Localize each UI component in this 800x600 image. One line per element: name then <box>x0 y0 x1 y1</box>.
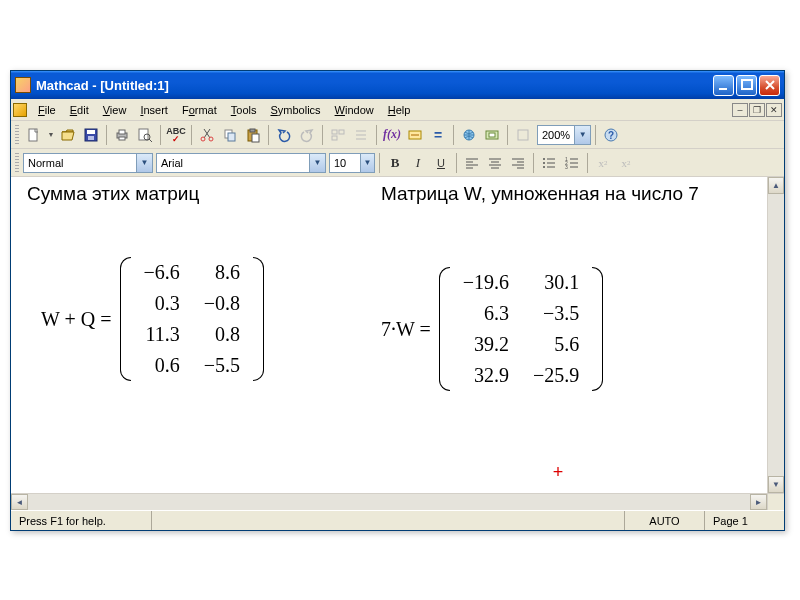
save-button[interactable] <box>80 124 102 146</box>
svg-rect-4 <box>87 130 95 134</box>
copy-button[interactable] <box>219 124 241 146</box>
align-right-button[interactable] <box>507 152 529 174</box>
equation-7w[interactable]: 7·W = −19.630.1 6.3−3.5 39.25.6 32.9−25.… <box>381 267 605 391</box>
menu-view[interactable]: View <box>96 102 134 118</box>
menu-tools[interactable]: Tools <box>224 102 264 118</box>
left-paren-icon <box>118 257 132 381</box>
redo-button[interactable] <box>296 124 318 146</box>
separate-regions-button[interactable] <box>350 124 372 146</box>
insert-function-button[interactable]: f(x) <box>381 124 403 146</box>
svg-rect-1 <box>742 80 752 89</box>
svg-rect-20 <box>332 136 337 140</box>
numbering-button[interactable]: 123 <box>561 152 583 174</box>
scroll-up-button[interactable]: ▲ <box>768 177 784 194</box>
chevron-down-icon[interactable]: ▼ <box>136 154 152 172</box>
status-bar: Press F1 for help. AUTO Page 1 <box>11 510 784 530</box>
menu-file[interactable]: File <box>31 102 63 118</box>
bullets-button[interactable] <box>538 152 560 174</box>
minimize-button[interactable] <box>713 75 734 96</box>
chevron-down-icon[interactable]: ▼ <box>309 154 325 172</box>
svg-text:?: ? <box>608 130 614 141</box>
svg-rect-16 <box>250 129 255 132</box>
style-combo[interactable]: Normal ▼ <box>23 153 153 173</box>
svg-rect-19 <box>339 130 344 134</box>
open-button[interactable] <box>57 124 79 146</box>
matrix-wplusq: −6.68.6 0.3−0.8 11.30.8 0.6−5.5 <box>132 257 253 381</box>
bold-button[interactable]: B <box>384 152 406 174</box>
vertical-scrollbar[interactable]: ▲ ▼ <box>767 177 784 493</box>
underline-button[interactable]: U <box>430 152 452 174</box>
svg-rect-0 <box>719 88 727 90</box>
superscript-button[interactable]: x2 <box>592 152 614 174</box>
font-value: Arial <box>157 157 309 169</box>
svg-point-11 <box>201 137 205 141</box>
new-dropdown-icon[interactable]: ▼ <box>46 124 56 146</box>
svg-point-12 <box>209 137 213 141</box>
document-icon[interactable] <box>13 103 27 117</box>
title-bar[interactable]: Mathcad - [Untitled:1] <box>11 71 784 99</box>
status-spacer <box>151 511 624 530</box>
lhs-wplusq: W + Q = <box>41 308 118 331</box>
align-center-button[interactable] <box>484 152 506 174</box>
svg-point-29 <box>543 162 545 164</box>
maximize-button[interactable] <box>736 75 757 96</box>
scroll-track[interactable] <box>28 494 750 510</box>
align-left-button[interactable] <box>461 152 483 174</box>
mdi-close-button[interactable]: ✕ <box>766 103 782 117</box>
menu-symbolics[interactable]: Symbolics <box>263 102 327 118</box>
format-toolbar: Normal ▼ Arial ▼ 10 ▼ B I U 123 x2 x2 <box>11 149 784 177</box>
help-button[interactable]: ? <box>600 124 622 146</box>
toolbar-grip[interactable] <box>15 125 19 145</box>
undo-button[interactable] <box>273 124 295 146</box>
toolbar-grip[interactable] <box>15 153 19 173</box>
align-regions-button[interactable] <box>327 124 349 146</box>
insert-component-button[interactable] <box>481 124 503 146</box>
menu-help[interactable]: Help <box>381 102 418 118</box>
insert-unit-button[interactable] <box>404 124 426 146</box>
menu-insert[interactable]: Insert <box>133 102 175 118</box>
style-value: Normal <box>24 157 136 169</box>
italic-button[interactable]: I <box>407 152 429 174</box>
scroll-down-button[interactable]: ▼ <box>768 476 784 493</box>
close-button[interactable] <box>759 75 780 96</box>
print-preview-button[interactable] <box>134 124 156 146</box>
new-button[interactable] <box>23 124 45 146</box>
scroll-right-button[interactable]: ► <box>750 494 767 510</box>
right-paren-icon <box>252 257 266 381</box>
menu-edit[interactable]: Edit <box>63 102 96 118</box>
zoom-combo[interactable]: 200% ▼ <box>537 125 591 145</box>
workspace: Сумма этих матриц Матрица W, умноженная … <box>11 177 784 493</box>
svg-point-28 <box>543 158 545 160</box>
svg-rect-25 <box>518 130 528 140</box>
menu-window[interactable]: Window <box>328 102 381 118</box>
calculate-button[interactable]: = <box>427 124 449 146</box>
app-window: Mathcad - [Untitled:1] File Edit View In… <box>10 70 785 531</box>
print-button[interactable] <box>111 124 133 146</box>
menu-format[interactable]: Format <box>175 102 224 118</box>
size-combo[interactable]: 10 ▼ <box>329 153 375 173</box>
chevron-down-icon[interactable]: ▼ <box>360 154 374 172</box>
chevron-down-icon[interactable]: ▼ <box>574 126 590 144</box>
insert-hyperlink-button[interactable] <box>458 124 480 146</box>
cut-button[interactable] <box>196 124 218 146</box>
subscript-button[interactable]: x2 <box>615 152 637 174</box>
document-area[interactable]: Сумма этих матриц Матрица W, умноженная … <box>11 177 767 493</box>
component-wizard-button[interactable] <box>512 124 534 146</box>
horizontal-scrollbar[interactable]: ◄ ► <box>11 493 784 510</box>
mdi-minimize-button[interactable]: – <box>732 103 748 117</box>
crosshair-cursor-icon: + <box>551 465 565 479</box>
left-paren-icon <box>437 267 451 391</box>
svg-rect-2 <box>29 129 37 141</box>
scroll-track[interactable] <box>768 194 784 476</box>
spellcheck-button[interactable]: ABC✓ <box>165 124 187 146</box>
svg-rect-7 <box>119 130 125 134</box>
menu-bar: File Edit View Insert Format Tools Symbo… <box>11 99 784 121</box>
paste-button[interactable] <box>242 124 264 146</box>
mdi-restore-button[interactable]: ❐ <box>749 103 765 117</box>
font-combo[interactable]: Arial ▼ <box>156 153 326 173</box>
heading-sum: Сумма этих матриц <box>27 183 199 205</box>
svg-point-30 <box>543 166 545 168</box>
svg-rect-18 <box>332 130 337 134</box>
scroll-left-button[interactable]: ◄ <box>11 494 28 510</box>
equation-wplusq[interactable]: W + Q = −6.68.6 0.3−0.8 11.30.8 0.6−5.5 <box>41 257 266 381</box>
